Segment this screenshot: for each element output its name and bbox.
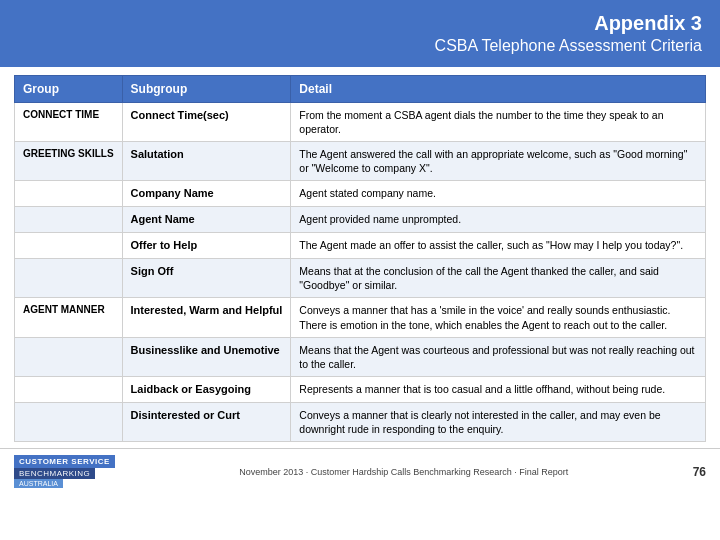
header-subtitle: CSBA Telephone Assessment Criteria	[0, 36, 702, 57]
cell-subgroup: Offer to Help	[122, 233, 291, 259]
cell-group	[15, 337, 123, 376]
table-row: Agent NameAgent provided name unprompted…	[15, 207, 706, 233]
table-row: Offer to HelpThe Agent made an offer to …	[15, 233, 706, 259]
col-header-subgroup: Subgroup	[122, 75, 291, 102]
logo-line3: AUSTRALIA	[14, 479, 63, 488]
table-row: GREETING SKILLSSalutationThe Agent answe…	[15, 142, 706, 181]
footer-center-text: November 2013 · Customer Hardship Calls …	[239, 467, 568, 477]
table-header-row: Group Subgroup Detail	[15, 75, 706, 102]
table-row: Company NameAgent stated company name.	[15, 181, 706, 207]
cell-detail: Conveys a manner that has a 'smile in th…	[291, 298, 706, 337]
cell-subgroup: Connect Time(sec)	[122, 102, 291, 141]
cell-group	[15, 402, 123, 441]
cell-group: GREETING SKILLS	[15, 142, 123, 181]
header: Appendix 3 CSBA Telephone Assessment Cri…	[0, 0, 720, 67]
logo-line2: BENCHMARKING	[14, 468, 95, 479]
col-header-group: Group	[15, 75, 123, 102]
cell-subgroup: Company Name	[122, 181, 291, 207]
table-row: Sign OffMeans that at the conclusion of …	[15, 259, 706, 298]
table-row: AGENT MANNERInterested, Warm and Helpful…	[15, 298, 706, 337]
cell-detail: The Agent answered the call with an appr…	[291, 142, 706, 181]
cell-group: AGENT MANNER	[15, 298, 123, 337]
footer-logo: CUSTOMER SERVICE BENCHMARKING AUSTRALIA	[14, 455, 115, 488]
table-row: Businesslike and UnemotiveMeans that the…	[15, 337, 706, 376]
cell-group	[15, 207, 123, 233]
col-header-detail: Detail	[291, 75, 706, 102]
table-container: Group Subgroup Detail CONNECT TIMEConnec…	[14, 75, 706, 442]
logo-line1: CUSTOMER SERVICE	[14, 455, 115, 468]
cell-detail: The Agent made an offer to assist the ca…	[291, 233, 706, 259]
cell-detail: Conveys a manner that is clearly not int…	[291, 402, 706, 441]
cell-group	[15, 233, 123, 259]
cell-group	[15, 259, 123, 298]
cell-subgroup: Laidback or Easygoing	[122, 377, 291, 403]
header-title: Appendix 3	[0, 10, 702, 36]
cell-detail: Agent stated company name.	[291, 181, 706, 207]
cell-subgroup: Sign Off	[122, 259, 291, 298]
footer: CUSTOMER SERVICE BENCHMARKING AUSTRALIA …	[0, 448, 720, 494]
cell-subgroup: Salutation	[122, 142, 291, 181]
cell-detail: Means that at the conclusion of the call…	[291, 259, 706, 298]
footer-page-number: 76	[693, 465, 706, 479]
cell-detail: From the moment a CSBA agent dials the n…	[291, 102, 706, 141]
cell-subgroup: Businesslike and Unemotive	[122, 337, 291, 376]
cell-detail: Represents a manner that is too casual a…	[291, 377, 706, 403]
cell-group	[15, 377, 123, 403]
cell-subgroup: Agent Name	[122, 207, 291, 233]
cell-group	[15, 181, 123, 207]
table-row: CONNECT TIMEConnect Time(sec)From the mo…	[15, 102, 706, 141]
assessment-table: Group Subgroup Detail CONNECT TIMEConnec…	[14, 75, 706, 442]
table-row: Disinterested or CurtConveys a manner th…	[15, 402, 706, 441]
cell-subgroup: Interested, Warm and Helpful	[122, 298, 291, 337]
cell-detail: Means that the Agent was courteous and p…	[291, 337, 706, 376]
cell-group: CONNECT TIME	[15, 102, 123, 141]
cell-subgroup: Disinterested or Curt	[122, 402, 291, 441]
table-row: Laidback or EasygoingRepresents a manner…	[15, 377, 706, 403]
cell-detail: Agent provided name unprompted.	[291, 207, 706, 233]
